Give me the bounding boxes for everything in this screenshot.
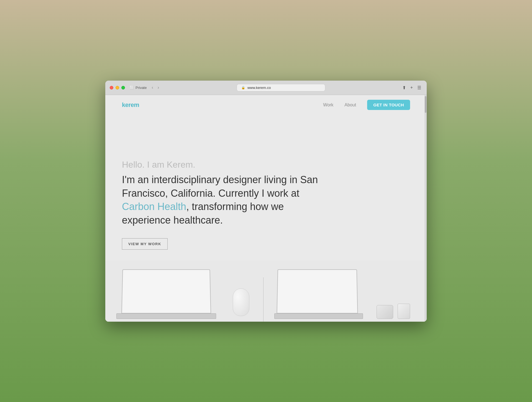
browser-window: ⬜ Private ‹ › 🔒 www.kerem.co ⬆ + ☰ ke bbox=[105, 81, 427, 322]
scrollbar-thumb[interactable] bbox=[425, 96, 426, 113]
device-section bbox=[105, 261, 427, 322]
power-brick bbox=[377, 305, 393, 319]
accessory-right bbox=[377, 304, 410, 319]
nav-about-link[interactable]: About bbox=[344, 103, 356, 107]
private-mode-label: ⬜ Private bbox=[129, 85, 147, 90]
forward-button[interactable]: › bbox=[156, 85, 161, 91]
laptop-left-device bbox=[116, 266, 216, 322]
url-text: www.kerem.co bbox=[247, 86, 271, 90]
back-button[interactable]: ‹ bbox=[150, 85, 155, 91]
nav-cta-button[interactable]: GET IN TOUCH bbox=[367, 100, 410, 110]
address-bar-container: 🔒 www.kerem.co bbox=[161, 84, 401, 91]
hero-description: I'm an interdisciplinary designer living… bbox=[122, 173, 321, 227]
site-content: kerem Work About GET IN TOUCH Hello. I a… bbox=[105, 95, 427, 322]
laptop-left-screen bbox=[121, 269, 211, 313]
site-logo[interactable]: kerem bbox=[122, 101, 139, 109]
close-button[interactable] bbox=[110, 86, 113, 89]
private-icon: ⬜ bbox=[129, 85, 134, 90]
browser-nav-buttons: ‹ › bbox=[150, 85, 161, 91]
site-nav: kerem Work About GET IN TOUCH bbox=[105, 95, 427, 115]
nav-work-link[interactable]: Work bbox=[323, 103, 333, 107]
private-text: Private bbox=[135, 86, 147, 90]
carbon-health-link[interactable]: Carbon Health bbox=[122, 201, 186, 212]
laptop-left-base bbox=[116, 313, 216, 319]
mouse-device bbox=[233, 288, 249, 316]
hero-greeting: Hello. I am Kerem. bbox=[122, 160, 410, 170]
lock-icon: 🔒 bbox=[241, 86, 245, 89]
titlebar-controls: ⬜ Private ‹ › bbox=[129, 85, 161, 91]
address-bar[interactable]: 🔒 www.kerem.co bbox=[237, 84, 325, 91]
share-button[interactable]: ⬆ bbox=[401, 84, 407, 91]
scrollbar[interactable] bbox=[424, 95, 427, 322]
divider-line bbox=[263, 277, 264, 322]
maximize-button[interactable] bbox=[121, 86, 125, 89]
sidebar-button[interactable]: ☰ bbox=[416, 84, 422, 91]
laptop-right-device bbox=[274, 266, 363, 322]
hero-section: Hello. I am Kerem. I'm an interdisciplin… bbox=[105, 115, 427, 261]
laptop-right-screen bbox=[277, 269, 358, 313]
traffic-lights bbox=[110, 86, 125, 89]
laptop-right-base bbox=[274, 313, 363, 319]
titlebar-actions: ⬆ + ☰ bbox=[401, 84, 422, 91]
mouse-body bbox=[233, 288, 249, 316]
new-tab-button[interactable]: + bbox=[409, 84, 414, 91]
minimize-button[interactable] bbox=[116, 86, 119, 89]
power-adapter bbox=[398, 304, 410, 319]
nav-links: Work About GET IN TOUCH bbox=[323, 100, 410, 110]
view-work-button[interactable]: VIEW MY WORK bbox=[122, 238, 168, 250]
hero-text-part1: I'm an interdisciplinary designer living… bbox=[122, 174, 318, 199]
title-bar: ⬜ Private ‹ › 🔒 www.kerem.co ⬆ + ☰ bbox=[105, 81, 427, 95]
